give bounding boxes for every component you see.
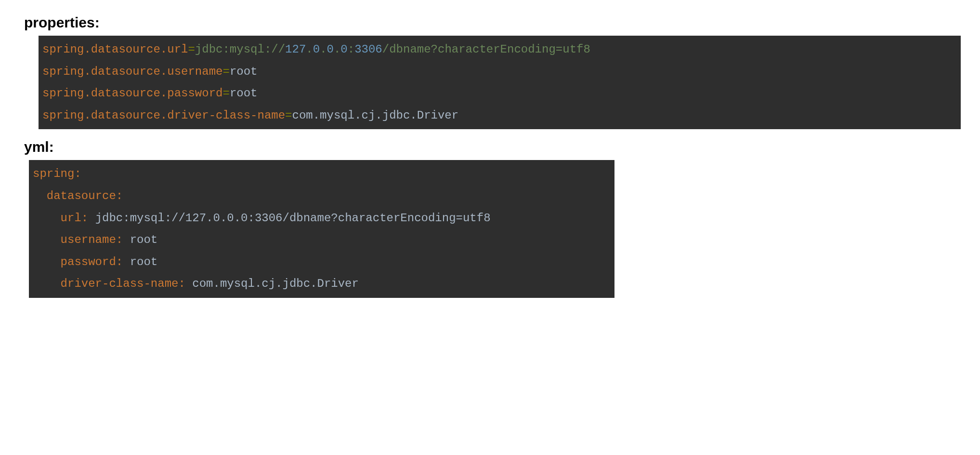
yml-colon: : xyxy=(74,167,81,180)
code-line: datasource: xyxy=(33,189,123,202)
prop-key: spring.datasource.password xyxy=(42,87,222,100)
code-line: spring.datasource.password=root xyxy=(42,87,257,100)
prop-key: spring.datasource.url xyxy=(42,43,188,56)
prop-val: com.mysql.cj.jdbc.Driver xyxy=(292,109,459,122)
yml-indent xyxy=(33,255,61,268)
yml-colon: : xyxy=(116,255,130,268)
code-block-properties: spring.datasource.url=jdbc:mysql://127.0… xyxy=(39,36,961,129)
prop-val-segment: 0 xyxy=(340,43,347,56)
prop-val-segment: . xyxy=(320,43,327,56)
code-line: spring.datasource.driver-class-name=com.… xyxy=(42,109,458,122)
prop-equals: = xyxy=(222,65,229,78)
code-line: username: root xyxy=(33,233,157,246)
prop-val-segment: 0 xyxy=(313,43,320,56)
code-line: spring: xyxy=(33,167,81,180)
code-line: spring.datasource.url=jdbc:mysql://127.0… xyxy=(42,43,590,56)
prop-val-segment: 0 xyxy=(327,43,334,56)
yml-val: com.mysql.cj.jdbc.Driver xyxy=(192,277,359,290)
prop-equals: = xyxy=(188,43,195,56)
heading-yml: yml: xyxy=(24,139,961,155)
code-block-yml: spring: datasource: url: jdbc:mysql://12… xyxy=(29,160,614,298)
prop-val-segment: /dbname?characterEncoding=utf8 xyxy=(382,43,590,56)
yml-key: password xyxy=(61,255,116,268)
yml-key: driver-class-name xyxy=(61,277,179,290)
prop-equals: = xyxy=(222,87,229,100)
prop-val-segment: . xyxy=(306,43,313,56)
yml-colon: : xyxy=(178,277,192,290)
prop-key: spring.datasource.driver-class-name xyxy=(42,109,285,122)
yml-key: url xyxy=(61,212,81,225)
yml-colon: : xyxy=(116,189,123,202)
yml-indent xyxy=(33,212,61,225)
yml-colon: : xyxy=(116,233,130,246)
code-line: password: root xyxy=(33,255,157,268)
yml-val: root xyxy=(130,233,158,246)
yml-key: username xyxy=(61,233,116,246)
prop-val-segment: 3306 xyxy=(354,43,382,56)
prop-val: root xyxy=(230,65,258,78)
prop-val: root xyxy=(230,87,258,100)
yml-val: root xyxy=(130,255,158,268)
yml-key: datasource xyxy=(47,189,116,202)
yml-indent xyxy=(33,233,61,246)
prop-val-segment: jdbc:mysql:// xyxy=(195,43,285,56)
prop-equals: = xyxy=(285,109,292,122)
prop-val-segment: 127 xyxy=(285,43,306,56)
yml-indent xyxy=(33,277,61,290)
code-line: spring.datasource.username=root xyxy=(42,65,257,78)
yml-val: jdbc:mysql://127.0.0.0:3306/dbname?chara… xyxy=(95,212,491,225)
yml-colon: : xyxy=(81,212,95,225)
prop-val-segment: . xyxy=(334,43,340,56)
yml-key: spring xyxy=(33,167,74,180)
code-line: driver-class-name: com.mysql.cj.jdbc.Dri… xyxy=(33,277,359,290)
yml-indent xyxy=(33,189,47,202)
heading-properties: properties: xyxy=(24,14,961,31)
code-line: url: jdbc:mysql://127.0.0.0:3306/dbname?… xyxy=(33,212,491,225)
prop-val-segment: : xyxy=(348,43,354,56)
prop-key: spring.datasource.username xyxy=(42,65,222,78)
